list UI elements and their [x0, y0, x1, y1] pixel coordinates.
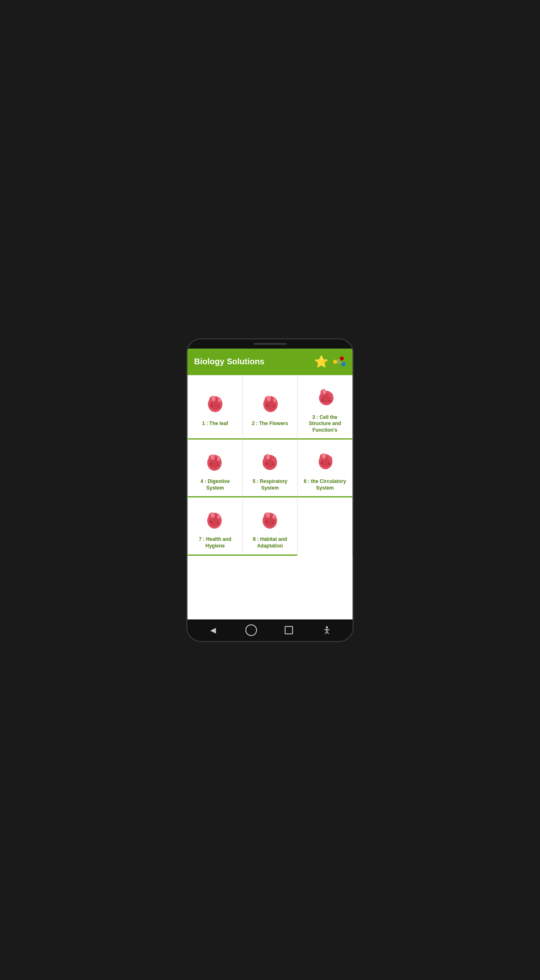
svg-point-33 — [217, 464, 219, 466]
accessibility-button[interactable] — [320, 624, 334, 637]
svg-line-70 — [327, 631, 329, 634]
topic-item-2[interactable]: 2 : The Flowers — [243, 375, 298, 440]
topic-label-1: 1 : The leaf — [202, 421, 228, 427]
topic-label-3: 3 : Cell the Structure and Function's — [301, 414, 349, 434]
bug-icon-6 — [310, 446, 339, 475]
svg-point-25 — [321, 399, 324, 402]
bug-icon-7 — [201, 504, 230, 533]
topic-item-5[interactable]: 5 : Respiratory System — [243, 440, 298, 497]
svg-point-18 — [273, 405, 275, 407]
svg-point-47 — [321, 462, 324, 465]
svg-point-39 — [272, 457, 277, 462]
svg-point-55 — [217, 522, 219, 524]
svg-point-46 — [328, 457, 332, 461]
svg-point-10 — [218, 405, 220, 407]
topic-item-3[interactable]: 3 : Cell the Structure and Function's — [298, 375, 353, 440]
svg-point-32 — [209, 463, 212, 466]
topic-item-6[interactable]: 6 : the Circulatory System — [298, 440, 353, 497]
topics-grid: 1 : The leaf 2 : The Flowers — [187, 375, 353, 556]
recents-button[interactable] — [282, 624, 295, 637]
svg-line-3 — [337, 359, 340, 361]
home-button[interactable] — [245, 624, 258, 637]
header-icons: ⭐ — [314, 354, 346, 369]
svg-point-48 — [328, 463, 330, 465]
topic-item-1[interactable]: 1 : The leaf — [188, 375, 243, 440]
svg-point-41 — [273, 464, 275, 466]
topic-label-2: 2 : The Flowers — [252, 421, 288, 427]
svg-point-0 — [333, 360, 337, 364]
topic-label-6: 6 : the Circulatory System — [301, 478, 349, 491]
speaker — [254, 343, 287, 345]
svg-point-1 — [340, 356, 344, 361]
svg-point-54 — [209, 521, 212, 524]
topic-label-7: 7 : Health and Hygiene — [191, 536, 239, 549]
topic-item-4[interactable]: 4 : Digestive System — [188, 440, 243, 497]
empty-grid-cell — [298, 497, 353, 555]
topic-item-7[interactable]: 7 : Health and Hygiene — [188, 497, 243, 555]
svg-point-24 — [329, 393, 333, 397]
svg-point-26 — [329, 399, 331, 402]
top-bar — [187, 339, 353, 349]
svg-point-2 — [341, 362, 346, 366]
bug-icon-1 — [201, 388, 230, 417]
bug-icon-4 — [201, 446, 230, 475]
device-frame: Biology Solutions ⭐ — [186, 338, 354, 642]
svg-point-9 — [210, 404, 213, 407]
molecule-icon — [331, 354, 346, 369]
bug-icon-3 — [310, 382, 339, 411]
topic-label-5: 5 : Respiratory System — [246, 478, 294, 491]
svg-point-40 — [265, 463, 268, 466]
topic-label-4: 4 : Digestive System — [191, 478, 239, 491]
star-icon: ⭐ — [314, 355, 329, 368]
svg-point-66 — [326, 626, 328, 628]
svg-point-17 — [266, 404, 269, 407]
app-title: Biology Solutions — [194, 357, 264, 366]
bug-icon-2 — [255, 388, 284, 417]
content-area: 1 : The leaf 2 : The Flowers — [187, 375, 353, 619]
app-header: Biology Solutions ⭐ — [187, 349, 353, 375]
bug-icon-5 — [255, 446, 284, 475]
screen: Biology Solutions ⭐ — [187, 349, 353, 619]
back-button[interactable]: ◀ — [206, 624, 220, 637]
nav-bar: ◀ — [187, 619, 353, 641]
svg-point-62 — [265, 521, 268, 524]
svg-point-63 — [273, 522, 275, 524]
topic-label-8: 8 : Habitat and Adaptation — [246, 536, 294, 549]
bug-icon-8 — [255, 504, 284, 533]
topic-item-8[interactable]: 8 : Habitat and Adaptation — [243, 497, 298, 555]
